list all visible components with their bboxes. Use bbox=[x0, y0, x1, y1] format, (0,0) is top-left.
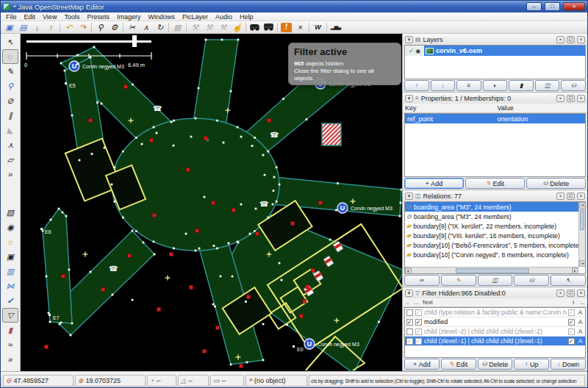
collapse-panel-button[interactable]: ▾ bbox=[405, 193, 413, 200]
scroll-down-arrow-icon[interactable] bbox=[579, 260, 586, 267]
menu-file[interactable]: File bbox=[2, 13, 21, 21]
enabled-checkbox[interactable]: ✓ bbox=[406, 319, 413, 326]
tags-toggle-button[interactable]: ▧ bbox=[2, 205, 18, 220]
hiding-checkbox[interactable]: ✓ bbox=[415, 338, 422, 345]
combine-way-button[interactable]: ⋏ bbox=[139, 22, 153, 33]
filter-toggle-button[interactable]: ▽ bbox=[2, 308, 18, 323]
menu-view[interactable]: View bbox=[39, 13, 60, 21]
relation-row[interactable]: ◍boarding_area ("M3", 24 members) bbox=[405, 202, 578, 212]
menu-windows[interactable]: Windows bbox=[144, 13, 179, 21]
redo-button[interactable]: ↷ bbox=[76, 22, 90, 33]
delete-button[interactable]: × bbox=[293, 22, 307, 33]
edit-property-button[interactable]: ✎Edit bbox=[465, 178, 525, 189]
close-button[interactable]: × bbox=[563, 2, 585, 11]
inverted-checkbox[interactable]: ✓ bbox=[568, 328, 575, 335]
delete-relation-button[interactable]: ⛁ bbox=[514, 275, 549, 286]
relation-row[interactable]: ▰boundary[9] ("IX. kerület", 22 members,… bbox=[405, 221, 578, 231]
maximize-button[interactable]: □ bbox=[545, 2, 560, 11]
open-file-button[interactable]: ▣ bbox=[2, 22, 16, 33]
draw-node-tool-button[interactable]: ✎ bbox=[2, 64, 18, 79]
filter-row[interactable]: ✓ child (type:relation & facility:public… bbox=[405, 308, 585, 317]
layer-row[interactable]: ✓ ◉ corvin_v6.osm bbox=[405, 46, 585, 56]
hiding-checkbox[interactable]: ✓ bbox=[415, 319, 422, 326]
menu-piclayer[interactable]: PicLayer bbox=[179, 13, 212, 21]
relation-row[interactable]: ▰boundary[10] ("Belső-Ferencváros", 5 me… bbox=[405, 240, 578, 250]
menu-edit[interactable]: Edit bbox=[21, 13, 40, 21]
parallel-way-tool-button[interactable]: ∥ bbox=[2, 108, 18, 123]
edit-relation-button[interactable]: ✎ bbox=[441, 275, 476, 286]
close-panel-button[interactable]: × bbox=[577, 36, 585, 43]
delete-tool-button[interactable]: ⊘ bbox=[2, 93, 18, 108]
duplicate-relation-button[interactable]: ◫ bbox=[478, 275, 513, 286]
save-button[interactable]: ▤ bbox=[16, 22, 30, 33]
extrude-tool-button[interactable]: ▱ bbox=[2, 152, 18, 167]
add-filter-button[interactable]: +Add bbox=[404, 359, 440, 370]
edit-filter-button[interactable]: ✎Edit bbox=[441, 359, 476, 370]
enabled-checkbox[interactable] bbox=[406, 328, 413, 335]
zoom-slider[interactable] bbox=[26, 35, 151, 47]
layer-visible-eye-icon[interactable]: ◉ bbox=[415, 48, 420, 54]
sticky-panel-button[interactable]: ▪ bbox=[556, 36, 564, 43]
minimize-button[interactable]: – bbox=[526, 2, 542, 11]
hiding-checkbox[interactable]: ✓ bbox=[415, 309, 422, 316]
upload-data-button[interactable]: ↑ bbox=[44, 22, 58, 33]
move-layer-down-button[interactable]: ↓ bbox=[431, 80, 456, 91]
select-tool-button[interactable]: ↖ bbox=[2, 35, 18, 49]
lasso-tool-button[interactable]: ◌ bbox=[2, 49, 18, 64]
disabled-tool-button-1[interactable]: ⚒ bbox=[188, 22, 202, 33]
collapse-panel-button[interactable]: ▾ bbox=[405, 36, 413, 43]
scrollbar-thumb[interactable] bbox=[456, 268, 529, 273]
sticky-panel-button[interactable]: ▪ bbox=[556, 95, 564, 102]
relation-row[interactable]: ▰boundary[9] ("VIII. kerület", 16 member… bbox=[405, 231, 578, 240]
changeset-toggle-button[interactable]: ▮ bbox=[2, 323, 18, 337]
sticky-panel-button[interactable]: ▪ bbox=[556, 290, 564, 297]
plugin-blank-button[interactable]: ▩ bbox=[171, 22, 184, 33]
measurement-toggle-button[interactable]: ≈ bbox=[2, 337, 18, 352]
disabled-tool-button-2[interactable]: ⚒ bbox=[202, 22, 216, 33]
improve-accuracy-tool-button[interactable]: ◣ bbox=[2, 123, 18, 137]
filter-row[interactable]: ✓ ✓ modified ✓ A bbox=[405, 317, 585, 327]
dock-panel-button[interactable]: ◱ bbox=[567, 193, 575, 200]
properties-table[interactable]: ref_point orientation bbox=[404, 113, 586, 177]
dock-panel-button[interactable]: ◱ bbox=[567, 290, 575, 297]
routing-bus-button[interactable] bbox=[262, 22, 276, 33]
validator-toggle-button[interactable]: ✓ bbox=[2, 293, 18, 308]
property-row[interactable]: ref_point orientation bbox=[405, 114, 585, 123]
warning-button[interactable]: ! bbox=[281, 23, 292, 32]
histogram-button[interactable]: ▂▅▃ bbox=[329, 22, 343, 33]
layer-list[interactable]: ✓ ◉ corvin_v6.osm bbox=[404, 45, 586, 79]
waypoint-w-button[interactable]: W bbox=[311, 22, 325, 33]
close-panel-button[interactable]: × bbox=[577, 95, 585, 102]
relations-toggle-button[interactable]: ◉ bbox=[2, 220, 18, 234]
menu-imagery[interactable]: Imagery bbox=[113, 13, 145, 21]
move-filter-up-button[interactable]: ↑Up bbox=[514, 359, 549, 370]
conflict-toggle-button[interactable]: ⋈ bbox=[2, 279, 18, 293]
close-panel-button[interactable]: × bbox=[577, 290, 585, 297]
filter-table[interactable]: ✓ child (type:relation & facility:public… bbox=[404, 307, 586, 358]
more-tools-top-button[interactable]: » bbox=[2, 167, 18, 182]
enabled-checkbox[interactable] bbox=[406, 309, 413, 316]
relation-row[interactable]: ▰boundary[10] ("Corvin negyed", 8 member… bbox=[405, 250, 578, 259]
close-panel-button[interactable]: × bbox=[577, 193, 585, 200]
hiding-checkbox[interactable]: ✓ bbox=[415, 328, 422, 335]
menu-audio[interactable]: Audio bbox=[212, 13, 236, 21]
menu-presets[interactable]: Presets bbox=[83, 13, 113, 21]
photos-toggle-button[interactable]: ▣ bbox=[2, 249, 18, 264]
add-property-button[interactable]: +Add bbox=[404, 178, 464, 189]
ticket-gate-hatched[interactable] bbox=[322, 123, 341, 146]
collapse-panel-button[interactable]: ▾ bbox=[405, 95, 413, 102]
inverted-checkbox[interactable]: ✓ bbox=[568, 338, 575, 345]
delete-layer-button[interactable]: ⛁ bbox=[561, 80, 586, 91]
filter-row[interactable]: ✓ child (zlevel:-2) | child child child … bbox=[405, 327, 585, 337]
download-data-button[interactable]: ↓ bbox=[30, 22, 44, 33]
menu-tools[interactable]: Tools bbox=[60, 13, 83, 21]
activate-layer-button[interactable]: ▮ bbox=[509, 80, 534, 91]
horizontal-scrollbar[interactable] bbox=[405, 267, 578, 273]
zoom-tool-button[interactable]: ⚲ bbox=[2, 79, 18, 93]
duplicate-layer-button[interactable]: ◫ bbox=[535, 80, 560, 91]
routing-car-button[interactable] bbox=[248, 22, 262, 33]
inverted-checkbox[interactable]: ✓ bbox=[568, 309, 575, 316]
zoom-to-selection-button[interactable]: ⚲ bbox=[93, 22, 107, 33]
map-canvas[interactable]: 0 6.49 m U Corvin negyed M3 U Corvin neg… bbox=[21, 34, 402, 371]
dock-panel-button[interactable]: ◱ bbox=[567, 36, 575, 43]
